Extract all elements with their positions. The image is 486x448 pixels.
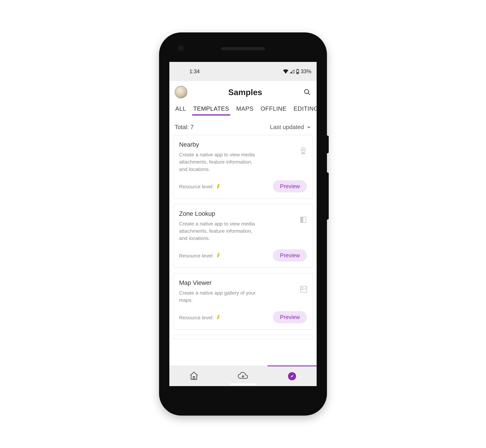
template-title: Map Viewer [179, 279, 297, 286]
app-header: Samples [169, 81, 317, 103]
svg-point-5 [303, 149, 304, 151]
tab-templates[interactable]: TEMPLATES [193, 105, 230, 116]
svg-point-6 [301, 153, 305, 154]
volume-button [327, 172, 329, 220]
avatar[interactable] [175, 86, 187, 98]
home-icon [189, 371, 199, 381]
preview-button[interactable]: Preview [273, 311, 307, 323]
template-card-peek [173, 335, 313, 339]
signal-icon [290, 69, 295, 74]
template-description: Create a native app gallery of your maps… [179, 289, 262, 304]
filter-tabs: ALL TEMPLATES MAPS OFFLINE EDITING [169, 103, 317, 118]
nav-explore[interactable] [268, 366, 317, 386]
svg-line-4 [308, 93, 310, 95]
nav-cloud[interactable] [218, 366, 267, 386]
phone-frame: 1:34 33% Samples ALL TEMPLATES MAPS OFFL… [159, 32, 327, 416]
template-list: Nearby Create a native app to view media… [169, 135, 317, 366]
lite-badge-icon [216, 315, 221, 320]
lite-badge-icon [216, 184, 221, 189]
wifi-icon [283, 69, 288, 74]
status-icons: 33% [283, 68, 311, 75]
total-count: Total: 7 [175, 124, 194, 130]
template-card[interactable]: Map Viewer Create a native app gallery o… [173, 273, 313, 330]
zone-icon [299, 216, 307, 224]
tab-all[interactable]: ALL [175, 105, 187, 116]
preview-button[interactable]: Preview [273, 180, 307, 192]
svg-point-9 [302, 287, 303, 288]
pin-icon [299, 147, 307, 154]
bottom-nav [169, 366, 317, 386]
search-button[interactable] [303, 88, 311, 96]
nav-home[interactable] [169, 366, 218, 386]
cloud-download-icon [237, 371, 249, 380]
template-title: Nearby [179, 141, 297, 148]
template-card[interactable]: Zone Lookup Create a native app to view … [173, 204, 313, 268]
template-title: Zone Lookup [179, 210, 297, 217]
svg-rect-10 [193, 377, 195, 379]
battery-icon [296, 69, 299, 74]
screen: 1:34 33% Samples ALL TEMPLATES MAPS OFFL… [169, 62, 317, 386]
sort-label: Last updated [270, 124, 304, 130]
sort-dropdown[interactable]: Last updated [270, 124, 311, 130]
preview-button[interactable]: Preview [273, 249, 307, 262]
power-button [327, 136, 329, 153]
map-icon [299, 285, 307, 293]
tab-offline[interactable]: OFFLINE [260, 105, 287, 116]
battery-percentage: 33% [301, 68, 311, 75]
resource-level: Resource level: [179, 183, 221, 190]
chevron-down-icon [306, 125, 311, 130]
template-card[interactable]: Nearby Create a native app to view media… [173, 135, 313, 199]
tab-maps[interactable]: MAPS [236, 105, 254, 116]
lite-badge-icon [216, 254, 221, 258]
status-bar: 1:34 33% [169, 62, 317, 81]
front-camera [178, 45, 183, 51]
tab-editing[interactable]: EDITING [293, 105, 317, 116]
svg-rect-1 [297, 69, 298, 70]
resource-level: Resource level: [179, 252, 221, 259]
template-description: Create a native app to view media attach… [179, 220, 262, 242]
svg-rect-2 [297, 72, 298, 73]
status-time: 1:34 [175, 68, 200, 75]
gesture-bar [230, 384, 256, 385]
svg-point-3 [305, 89, 309, 94]
list-summary: Total: 7 Last updated [169, 118, 317, 135]
resource-level: Resource level: [179, 314, 221, 320]
page-title: Samples [187, 87, 303, 97]
compass-icon [288, 372, 297, 381]
template-description: Create a native app to view media attach… [179, 151, 262, 173]
earpiece-speaker [221, 47, 265, 50]
search-icon [304, 88, 311, 96]
